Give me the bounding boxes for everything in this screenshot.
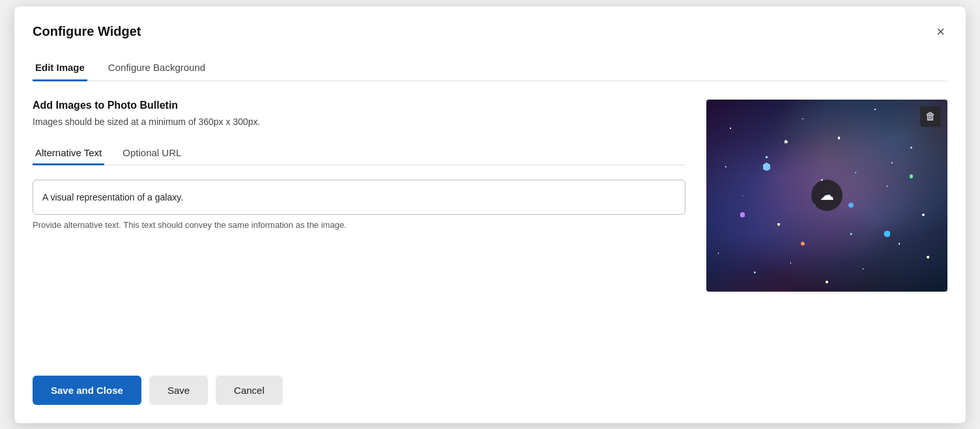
- section-description: Images should be sized at a minimum of 3…: [33, 117, 685, 127]
- upload-image-button[interactable]: ☁: [811, 180, 843, 211]
- right-panel: 🗑 ☁: [706, 100, 947, 344]
- sub-tab-optional-url[interactable]: Optional URL: [120, 142, 184, 165]
- cancel-button[interactable]: Cancel: [216, 376, 283, 405]
- alt-text-input[interactable]: [33, 180, 685, 215]
- tab-configure-background[interactable]: Configure Background: [106, 55, 208, 81]
- image-preview: 🗑 ☁: [706, 100, 947, 292]
- save-button[interactable]: Save: [149, 376, 208, 405]
- save-and-close-button[interactable]: Save and Close: [33, 376, 141, 405]
- sub-tabs: Alternative Text Optional URL: [33, 141, 685, 165]
- trash-icon: 🗑: [925, 111, 936, 122]
- close-button[interactable]: ×: [934, 22, 947, 42]
- modal-header: Configure Widget ×: [33, 22, 947, 42]
- alt-text-hint: Provide alternative text. This text shou…: [33, 220, 685, 230]
- configure-widget-modal: Configure Widget × Edit Image Configure …: [14, 7, 966, 423]
- section-title: Add Images to Photo Bulletin: [33, 100, 685, 111]
- delete-image-button[interactable]: 🗑: [920, 106, 941, 127]
- upload-icon: ☁: [820, 187, 834, 204]
- tab-edit-image[interactable]: Edit Image: [33, 55, 87, 81]
- left-panel: Add Images to Photo Bulletin Images shou…: [33, 100, 685, 344]
- sub-tab-alternative-text[interactable]: Alternative Text: [33, 142, 104, 165]
- modal-footer: Save and Close Save Cancel: [33, 365, 947, 405]
- main-content: Add Images to Photo Bulletin Images shou…: [33, 100, 947, 344]
- main-tabs: Edit Image Configure Background: [33, 55, 947, 81]
- modal-title: Configure Widget: [33, 24, 141, 39]
